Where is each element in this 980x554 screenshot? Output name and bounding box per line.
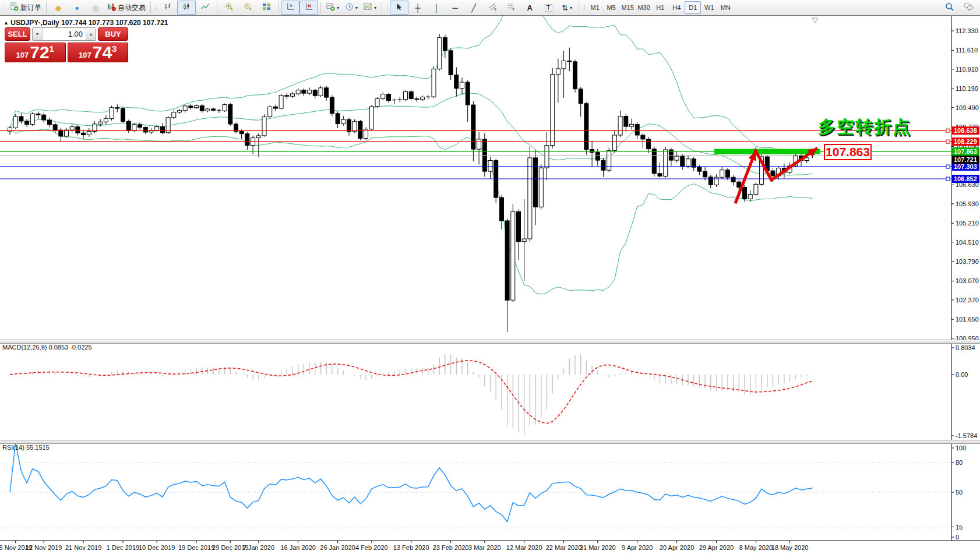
chat-button[interactable] bbox=[959, 1, 978, 15]
bollinger-lower-band bbox=[10, 128, 812, 295]
horizontal-line-button[interactable]: ─ bbox=[446, 1, 464, 15]
buy-button[interactable]: BUY bbox=[98, 27, 128, 41]
text-button[interactable]: A bbox=[520, 1, 539, 15]
date-tick-label: 19 Dec 2019 bbox=[178, 544, 214, 551]
vertical-line-button[interactable]: │ bbox=[427, 1, 446, 15]
candle-body bbox=[239, 131, 244, 133]
tf-button-w1[interactable]: W1 bbox=[701, 1, 717, 14]
fibonacci-button[interactable]: F bbox=[502, 1, 520, 15]
candle-body bbox=[748, 195, 752, 199]
tf-button-h4[interactable]: H4 bbox=[668, 1, 685, 14]
candle-body bbox=[115, 108, 119, 108]
rsi-tick-label: 0 bbox=[956, 534, 959, 541]
candle-body bbox=[296, 90, 300, 94]
candle-body bbox=[178, 111, 182, 112]
candle-body bbox=[183, 106, 187, 111]
candle-body bbox=[143, 128, 147, 132]
zoom-out-button[interactable] bbox=[238, 1, 257, 15]
candlestick-chart-icon bbox=[182, 2, 191, 13]
candle-body bbox=[110, 108, 114, 119]
candle-body bbox=[228, 105, 232, 124]
crosshair-button[interactable]: ┼ bbox=[408, 1, 427, 15]
line-chart-button[interactable] bbox=[196, 1, 214, 15]
tf-button-mn[interactable]: MN bbox=[717, 1, 734, 14]
tf-button-m5[interactable]: M5 bbox=[603, 1, 619, 14]
candle-body bbox=[449, 51, 453, 75]
candle-body bbox=[421, 97, 425, 100]
candle-body bbox=[19, 117, 23, 121]
pane-separator[interactable] bbox=[0, 440, 980, 444]
candle-body bbox=[454, 75, 459, 89]
price-tick-label: 103.790 bbox=[956, 258, 979, 265]
bar-chart-button[interactable] bbox=[158, 1, 177, 15]
text-label-button[interactable]: T bbox=[539, 1, 558, 15]
terminal-button[interactable]: ◎ bbox=[86, 1, 105, 15]
candle-body bbox=[341, 119, 346, 123]
volume-input[interactable]: 1.00 bbox=[43, 28, 86, 40]
volume-decrease-button[interactable]: ▼ bbox=[33, 28, 43, 40]
line-anchor-handle bbox=[946, 177, 950, 181]
candle-body bbox=[771, 171, 775, 176]
search-button[interactable] bbox=[940, 1, 959, 15]
turning-point-annotation[interactable]: 多空转折点 bbox=[818, 115, 911, 139]
price-tick-label: 103.070 bbox=[956, 277, 979, 284]
candle-body bbox=[155, 127, 159, 130]
toolbar-grip: ⁞ bbox=[386, 4, 388, 11]
toolbar-separator bbox=[217, 2, 217, 13]
candle-body bbox=[200, 105, 204, 111]
autotrading-button[interactable]: 自动交易 bbox=[105, 1, 148, 15]
dropdown-caret-icon: ▾ bbox=[570, 5, 572, 10]
candle-body bbox=[47, 120, 51, 125]
market-watch-button[interactable]: ◆ bbox=[49, 1, 68, 15]
candle-body bbox=[98, 122, 103, 124]
tile-windows-button[interactable] bbox=[257, 1, 276, 15]
tf-button-m1[interactable]: M1 bbox=[587, 1, 603, 14]
candle-body bbox=[708, 177, 713, 185]
sell-button[interactable]: SELL bbox=[5, 27, 30, 41]
candlestick-chart-button[interactable] bbox=[177, 1, 196, 15]
arrows-button[interactable]: ⇅ ▾ bbox=[558, 1, 576, 15]
rsi-tick-label: 15 bbox=[956, 524, 963, 531]
tf-button-h1[interactable]: H1 bbox=[652, 1, 668, 14]
date-tick-label: 12 Nov 2019 bbox=[26, 544, 62, 551]
candle-body bbox=[703, 171, 707, 177]
pane-separator[interactable] bbox=[0, 340, 980, 344]
zoom-in-button[interactable] bbox=[220, 1, 238, 15]
candle-body bbox=[714, 177, 718, 185]
price-chart[interactable]: 112.330111.610110.910110.190109.490108.7… bbox=[0, 0, 980, 554]
trendline-button[interactable]: ╱ bbox=[464, 1, 483, 15]
candle-body bbox=[375, 98, 379, 106]
candle-body bbox=[76, 127, 80, 133]
buy-price-display[interactable]: 107 74 3 bbox=[68, 43, 129, 62]
clock-icon bbox=[345, 2, 354, 13]
toolbar-separator bbox=[382, 2, 382, 13]
cursor-button[interactable] bbox=[390, 1, 408, 15]
tf-button-m30[interactable]: M30 bbox=[636, 1, 652, 14]
tf-button-d1[interactable]: D1 bbox=[685, 1, 701, 14]
candle-body bbox=[404, 91, 408, 99]
level-price-callout[interactable]: 107.863 bbox=[824, 144, 872, 160]
candle-body bbox=[336, 114, 340, 124]
candle-body bbox=[567, 61, 572, 61]
auto-scroll-button[interactable] bbox=[281, 1, 299, 15]
candle-body bbox=[517, 211, 521, 241]
tf-button-m15[interactable]: M15 bbox=[619, 1, 636, 14]
candle-body bbox=[499, 197, 503, 221]
price-tick-label: 112.330 bbox=[956, 27, 978, 34]
channel-button[interactable]: E bbox=[483, 1, 502, 15]
periods-button[interactable]: ▾ bbox=[342, 1, 361, 15]
sell-price-display[interactable]: 107 72 1 bbox=[5, 43, 66, 62]
candle-body bbox=[121, 108, 125, 121]
candle-body bbox=[460, 82, 464, 89]
templates-button[interactable]: ▾ bbox=[361, 1, 379, 15]
candle-body bbox=[369, 107, 373, 129]
navigator-button[interactable]: ● bbox=[68, 1, 86, 15]
candle-body bbox=[381, 94, 385, 98]
volume-increase-button[interactable]: ▲ bbox=[86, 28, 96, 40]
indicators-button[interactable]: ▾ bbox=[323, 1, 342, 15]
new-order-button[interactable]: 新订单 bbox=[8, 1, 44, 15]
chart-shift-button[interactable] bbox=[299, 1, 318, 15]
toolbar-grip: ⁞ bbox=[583, 4, 585, 11]
chart-title: ▲ USDJPY-,Daily 107.744 107.773 107.620 … bbox=[3, 19, 168, 27]
candle-body bbox=[595, 153, 600, 160]
